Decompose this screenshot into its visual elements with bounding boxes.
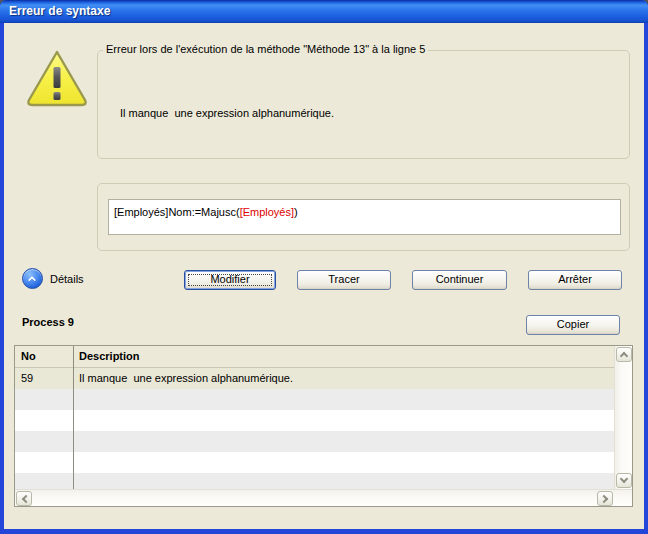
table-row-empty	[15, 431, 614, 452]
scroll-up-button[interactable]	[616, 347, 632, 362]
code-segment-error: [Employés]	[240, 206, 294, 218]
trace-button[interactable]: Tracer	[297, 270, 391, 290]
scroll-down-icon	[620, 475, 628, 483]
code-field: [Employés]Nom:=Majusc([Employés])	[108, 199, 621, 235]
cell-description: Il manque une expression alphanumérique.	[79, 372, 293, 384]
code-groupbox: [Employés]Nom:=Majusc([Employés])	[97, 183, 630, 251]
table-row-empty	[15, 452, 614, 473]
abort-button[interactable]: Arrêter	[528, 270, 622, 290]
table-row[interactable]: 59 Il manque une expression alphanumériq…	[15, 368, 614, 389]
details-toggle-button[interactable]	[22, 268, 43, 289]
continue-button[interactable]: Continuer	[412, 270, 507, 290]
table-row-empty	[15, 410, 614, 431]
error-dialog-window: Erreur de syntaxe Erreur lors de l'exécu…	[0, 0, 648, 534]
scroll-down-button[interactable]	[616, 473, 632, 488]
scroll-right-icon	[599, 494, 607, 502]
column-header-description[interactable]: Description	[79, 350, 140, 362]
scroll-up-icon	[620, 352, 628, 360]
column-header-no[interactable]: No	[21, 350, 36, 362]
scroll-right-button[interactable]	[597, 491, 613, 506]
table-header: No Description	[15, 346, 614, 368]
copy-button[interactable]: Copier	[526, 315, 620, 335]
modify-button[interactable]: Modifier	[184, 270, 276, 290]
horizontal-scrollbar[interactable]	[15, 489, 632, 506]
code-segment-before: [Employés]Nom:=Majusc(	[114, 206, 240, 218]
cell-no: 59	[21, 372, 33, 384]
vertical-scrollbar[interactable]	[614, 346, 632, 489]
error-context-groupbox: Erreur lors de l'exécution de la méthode…	[97, 50, 630, 159]
error-table: No Description 59 Il manque une expressi…	[14, 345, 633, 507]
column-separator[interactable]	[73, 346, 74, 489]
scroll-left-icon	[21, 494, 29, 502]
code-line: [Employés]Nom:=Majusc([Employés])	[114, 206, 298, 218]
table-row-empty	[15, 473, 614, 489]
table-row-empty	[15, 389, 614, 410]
error-message: Il manque une expression alphanumérique.	[120, 107, 334, 119]
chevron-up-icon	[28, 276, 36, 284]
scroll-left-button[interactable]	[16, 491, 32, 506]
error-context-label: Erreur lors de l'exécution de la méthode…	[103, 43, 428, 55]
details-label: Détails	[50, 273, 84, 285]
title-bar[interactable]: Erreur de syntaxe	[0, 0, 648, 23]
process-label: Process 9	[22, 316, 74, 328]
warning-triangle-icon	[24, 48, 90, 112]
window-title: Erreur de syntaxe	[9, 4, 110, 18]
code-segment-after: )	[294, 206, 298, 218]
